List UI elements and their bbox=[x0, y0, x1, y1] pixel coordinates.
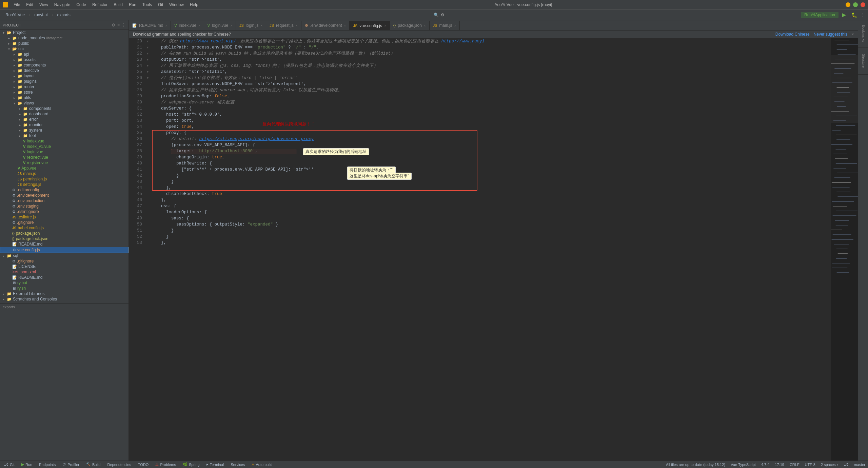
tree-item-External-Libraries[interactable]: ▸📁External Libraries bbox=[0, 291, 129, 296]
endpoints-bottom[interactable]: Endpoints bbox=[38, 463, 57, 467]
tab-vue-config-js[interactable]: JSvue.config.js× bbox=[350, 21, 390, 30]
tree-item-src[interactable]: ▾📂src bbox=[0, 46, 129, 52]
download-chinese-link[interactable]: Download Chinese bbox=[775, 32, 810, 37]
menu-refactor[interactable]: Refactor bbox=[90, 2, 110, 8]
spring-bottom[interactable]: 🌿 Spring bbox=[181, 462, 201, 467]
menu-window[interactable]: Window bbox=[166, 2, 186, 8]
tab-close-button[interactable]: × bbox=[454, 24, 456, 27]
tree-item-plugins[interactable]: ▸📁plugins bbox=[0, 79, 129, 84]
tab-close-button[interactable]: × bbox=[344, 24, 346, 27]
run-button[interactable]: ▶ bbox=[840, 11, 848, 19]
tree-arrow[interactable]: ▸ bbox=[3, 297, 7, 301]
tree-item-Scratches-and-Consoles[interactable]: ▸📁Scratches and Consoles bbox=[0, 296, 129, 302]
minimize-button[interactable] bbox=[846, 2, 850, 7]
tree-arrow[interactable]: ▸ bbox=[14, 53, 18, 56]
tree-item-ry-bat[interactable]: 🖥ry.bat bbox=[0, 280, 129, 286]
tree-arrow[interactable]: ▸ bbox=[14, 74, 18, 78]
tree-item-settings-js[interactable]: JSsettings.js bbox=[0, 182, 129, 187]
tab-close-button[interactable]: × bbox=[260, 24, 262, 27]
tree-arrow[interactable]: ▸ bbox=[3, 292, 7, 296]
run-bottom[interactable]: ▶ Run bbox=[20, 462, 34, 467]
tree-item--editorconfig[interactable]: ⚙.editorconfig bbox=[0, 187, 129, 193]
tab-close-button[interactable]: × bbox=[384, 24, 386, 27]
tab-package-json[interactable]: {}package.json× bbox=[390, 21, 430, 30]
tab-README-md[interactable]: 📝README.md× bbox=[129, 21, 171, 30]
tree-item-vue-config-js[interactable]: ⚙vue.config.js bbox=[0, 247, 129, 253]
git-bottom[interactable]: ⎇ Git bbox=[3, 462, 16, 467]
tab--env-development[interactable]: ⚙.env.development× bbox=[301, 21, 350, 30]
tree-item-directive[interactable]: ▸📁directive bbox=[0, 68, 129, 73]
gear-icon[interactable]: ⋮ bbox=[122, 23, 126, 27]
tree-arrow[interactable]: ▸ bbox=[19, 118, 23, 121]
tree-item-node-modules[interactable]: ▸📁node_moduleslibrary root bbox=[0, 35, 129, 41]
branch-name[interactable]: master bbox=[854, 463, 865, 467]
tree-item--env-development[interactable]: ⚙.env.development bbox=[0, 193, 129, 198]
tree-item-babel-config-js[interactable]: JSbabel.config.js bbox=[0, 225, 129, 231]
tree-arrow[interactable]: ▸ bbox=[14, 63, 18, 67]
tree-item-dashboard[interactable]: ▸📁dashboard bbox=[0, 111, 129, 117]
menu-git[interactable]: Git bbox=[155, 2, 166, 8]
menu-code[interactable]: Code bbox=[74, 2, 89, 8]
tab-close-button[interactable]: × bbox=[165, 24, 167, 27]
tree-arrow[interactable]: ▸ bbox=[19, 123, 23, 127]
todo-bottom[interactable]: TODO bbox=[137, 463, 150, 467]
tree-item-components[interactable]: ▸📁components bbox=[0, 106, 129, 111]
fold-button[interactable]: ▾ bbox=[145, 69, 150, 75]
tree-arrow[interactable]: ▾ bbox=[14, 101, 18, 105]
tab-login-vue[interactable]: Vlogin.vue× bbox=[204, 21, 236, 30]
build-bottom[interactable]: 🔨 Build bbox=[85, 462, 102, 467]
sync-icon[interactable]: ⚙ bbox=[112, 23, 115, 27]
tab-close-button[interactable]: × bbox=[230, 24, 232, 27]
tree-arrow[interactable]: ▸ bbox=[14, 91, 18, 94]
tab-main-js[interactable]: JSmain.js× bbox=[430, 21, 460, 30]
structure-tab[interactable]: Structure bbox=[858, 47, 868, 75]
menu-tools[interactable]: Tools bbox=[140, 2, 155, 8]
fold-button[interactable]: ▾ bbox=[145, 44, 150, 51]
tree-item-package-json[interactable]: {}package.json bbox=[0, 231, 129, 236]
profiler-bottom[interactable]: ⏱ Profiler bbox=[61, 463, 81, 467]
tree-arrow[interactable]: ▸ bbox=[19, 112, 23, 116]
tree-arrow[interactable]: ▸ bbox=[14, 96, 18, 100]
tree-item-router[interactable]: ▸📁router bbox=[0, 84, 129, 90]
tree-item-api[interactable]: ▸📁api bbox=[0, 52, 129, 57]
code-content[interactable]: // 例如 https://www.ruoui.vip/，如果应用被部署在一个子… bbox=[151, 38, 831, 461]
tree-item--env-production[interactable]: ⚙.env.production bbox=[0, 198, 129, 203]
settings-icon[interactable]: ⚙ bbox=[441, 13, 445, 17]
exports-label[interactable]: exports bbox=[55, 12, 73, 18]
tree-item-register-vue[interactable]: Vregister.vue bbox=[0, 160, 129, 165]
tree-item-error[interactable]: ▸📁error bbox=[0, 117, 129, 122]
never-suggest-link[interactable]: Never suggest this bbox=[814, 32, 847, 37]
tree-arrow[interactable]: ▸ bbox=[8, 42, 12, 45]
tab-close-button[interactable]: × bbox=[198, 24, 200, 27]
tab-close-button[interactable]: × bbox=[296, 24, 298, 27]
menu-run[interactable]: Run bbox=[126, 2, 139, 8]
tree-item-ry-sh[interactable]: 🖥ry.sh bbox=[0, 286, 129, 291]
tree-arrow[interactable]: ▾ bbox=[3, 31, 7, 35]
debug-button[interactable]: 🐛 bbox=[849, 12, 859, 18]
tree-arrow[interactable]: ▾ bbox=[8, 47, 12, 51]
menu-navigate[interactable]: Navigate bbox=[52, 2, 73, 8]
tree-item-login-vue[interactable]: Vlogin.vue bbox=[0, 149, 129, 155]
tree-item-index-v1-vue[interactable]: Vindex_v1.vue bbox=[0, 144, 129, 149]
tree-item-LICENSE[interactable]: 📝LICENSE bbox=[0, 264, 129, 269]
run-configuration[interactable]: RuoYiApplication bbox=[801, 12, 839, 18]
tree-item-layout[interactable]: ▸📁layout bbox=[0, 73, 129, 79]
tree-item-system[interactable]: ▸📁system bbox=[0, 128, 129, 133]
tab-close-button[interactable]: × bbox=[424, 24, 426, 27]
tree-arrow[interactable]: ▸ bbox=[8, 36, 12, 40]
dependencies-bottom[interactable]: Dependencies bbox=[106, 463, 133, 467]
maximize-button[interactable] bbox=[853, 2, 858, 7]
line-ending[interactable]: CRLF bbox=[790, 463, 800, 467]
tree-item-components[interactable]: ▸📁components bbox=[0, 62, 129, 68]
charset[interactable]: UTF-8 bbox=[805, 463, 815, 467]
services-bottom[interactable]: Services bbox=[229, 463, 246, 467]
tab-index-vue[interactable]: Vindex.vue× bbox=[171, 21, 204, 30]
tree-item-utils[interactable]: ▸📁utils bbox=[0, 95, 129, 100]
tree-item--eslintrc-js[interactable]: JS.eslintrc.js bbox=[0, 214, 129, 220]
tab-login-js[interactable]: JSlogin.js× bbox=[236, 21, 266, 30]
terminal-bottom[interactable]: ▸ Terminal bbox=[205, 462, 225, 467]
search-icon[interactable]: 🔍 bbox=[434, 13, 439, 17]
menu-file[interactable]: File bbox=[11, 2, 23, 8]
project-label[interactable]: RuoYi-Vue bbox=[3, 12, 27, 18]
tree-item--gitignore[interactable]: ⚙.gitignore bbox=[0, 258, 129, 264]
